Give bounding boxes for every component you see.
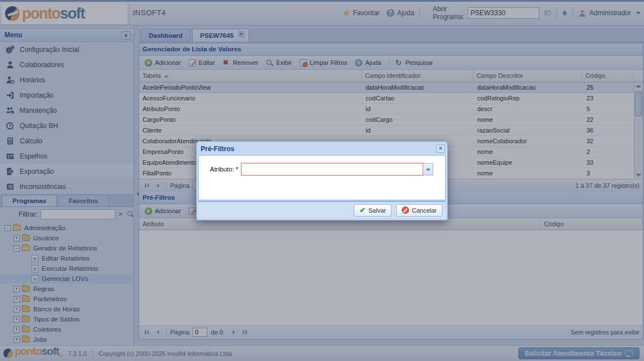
cancel-button[interactable]: Cancelar [396,204,442,217]
atributo-combobox [241,163,433,175]
app-root: pontosoft° INSOFT4 ★ Favoritar ? Ajuda A… [0,0,644,361]
atributo-field-row: Atributo: * [199,163,445,175]
dialog-footer: ✔ Salvar Cancelar [198,201,446,218]
dialog-title: Pré-Filtros ✕ [198,143,446,155]
cancel-icon [402,206,409,214]
check-icon: ✔ [359,206,366,214]
combo-dropdown-icon[interactable] [423,163,433,175]
atributo-input[interactable] [241,163,423,175]
close-icon[interactable]: ✕ [436,144,445,153]
dialog-body: Atributo: * [198,155,446,200]
prefilters-dialog: Pré-Filtros ✕ Atributo: * ✔ Salvar Cance… [196,141,448,221]
save-button[interactable]: ✔ Salvar [354,204,392,217]
atributo-label: Atributo: * [199,166,238,173]
